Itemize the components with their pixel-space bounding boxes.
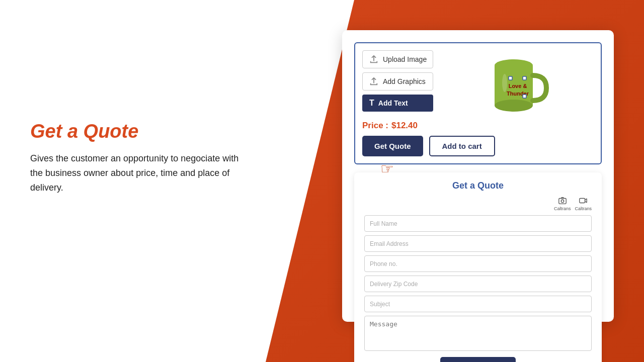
- page-heading: Get a Quote: [30, 121, 242, 142]
- mug-product-area: Love & Thunder: [438, 50, 594, 116]
- subject-input[interactable]: [364, 296, 592, 312]
- editor-top-row: Upload Image Add Graphics T Add Text: [362, 50, 594, 116]
- cursor-hand-icon: ☞: [380, 160, 394, 177]
- zip-input[interactable]: [364, 276, 592, 292]
- form-fields: [364, 215, 592, 351]
- action-buttons-row: Get Quote Add to cart: [362, 136, 594, 156]
- get-quote-button[interactable]: Get Quote: [362, 136, 423, 156]
- svg-text:Love &: Love &: [508, 83, 527, 89]
- add-graphics-button[interactable]: Add Graphics: [362, 72, 433, 90]
- editor-buttons-column: Upload Image Add Graphics T Add Text: [362, 50, 433, 112]
- editor-panel: Upload Image Add Graphics T Add Text: [354, 42, 602, 164]
- full-name-input[interactable]: [364, 215, 592, 232]
- form-icon-video: Caltrans: [575, 196, 592, 211]
- submit-button[interactable]: Submit: [440, 357, 516, 362]
- form-icons-row: Caltrans Caltrans: [364, 196, 592, 211]
- svg-point-2: [495, 100, 533, 112]
- page-description: Gives the customer an opportunity to neg…: [30, 151, 242, 195]
- mug-container: Love & Thunder: [484, 50, 549, 116]
- svg-rect-11: [580, 199, 585, 203]
- video-icon: [579, 196, 588, 205]
- graphics-icon: [369, 76, 379, 86]
- price-value: $12.40: [391, 121, 418, 131]
- quote-form-title: Get a Quote: [364, 180, 592, 191]
- email-input[interactable]: [364, 235, 592, 252]
- add-graphics-label: Add Graphics: [383, 77, 426, 85]
- upload-image-label: Upload Image: [383, 55, 427, 63]
- upload-image-button[interactable]: Upload Image: [362, 50, 433, 68]
- svg-point-10: [561, 200, 564, 202]
- form-icon-camera: Caltrans: [554, 196, 571, 211]
- price-row: Price : $12.40: [362, 121, 594, 131]
- add-text-label: Add Text: [378, 99, 408, 107]
- add-to-cart-button[interactable]: Add to cart: [429, 136, 495, 156]
- camera-icon: [558, 196, 567, 205]
- message-textarea[interactable]: [364, 316, 592, 351]
- svg-rect-6: [509, 76, 512, 80]
- price-label: Price :: [362, 121, 388, 131]
- camera-icon-label: Caltrans: [554, 206, 571, 211]
- svg-rect-8: [523, 95, 526, 98]
- svg-point-3: [502, 74, 507, 92]
- phone-input[interactable]: [364, 255, 592, 272]
- svg-rect-7: [523, 76, 526, 80]
- quote-form: Get a Quote Caltrans Caltrans: [354, 172, 602, 362]
- main-card: Upload Image Add Graphics T Add Text: [342, 30, 614, 322]
- add-text-button[interactable]: T Add Text: [362, 95, 433, 112]
- svg-rect-9: [559, 199, 566, 204]
- video-icon-label: Caltrans: [575, 206, 592, 211]
- left-content-section: Get a Quote Gives the customer an opport…: [30, 121, 242, 195]
- text-icon: T: [369, 99, 374, 108]
- mug-svg: Love & Thunder: [484, 50, 549, 121]
- upload-icon: [369, 54, 379, 64]
